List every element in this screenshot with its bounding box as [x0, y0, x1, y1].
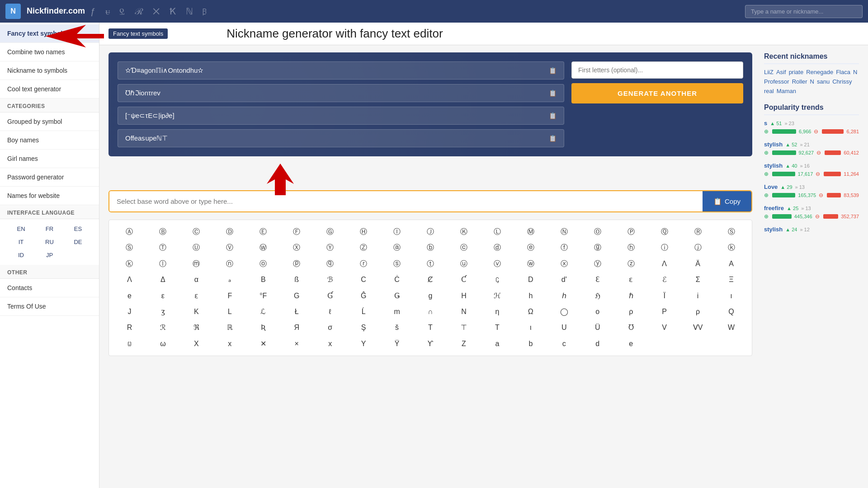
recent-nickname-tag[interactable]: Maman [777, 88, 796, 94]
search-input[interactable] [745, 5, 863, 18]
symbol-cell[interactable]: Ⓥ [214, 240, 246, 255]
symbol-cell[interactable]: ℝ [214, 320, 246, 335]
symbol-cell[interactable]: Ξ [715, 272, 747, 287]
first-letters-input[interactable] [571, 61, 743, 79]
symbol-cell[interactable]: Ⓢ [113, 240, 146, 255]
symbol-cell[interactable]: ⓒ [448, 240, 480, 255]
symbol-cell[interactable]: Ⓒ [180, 225, 212, 239]
lang-en[interactable]: EN [7, 223, 35, 235]
symbol-cell[interactable]: Ł [281, 305, 313, 319]
symbol-cell[interactable]: c [548, 337, 580, 351]
sidebar-item-combine[interactable]: Combine two names [0, 43, 99, 61]
symbol-cell[interactable]: ⓚ [113, 257, 146, 271]
symbol-cell[interactable]: η [481, 305, 513, 319]
sidebar-item-terms[interactable]: Terms Of Use [0, 297, 99, 316]
symbol-cell[interactable]: ⓢ [381, 257, 413, 271]
symbol-cell[interactable]: m [381, 305, 413, 319]
lang-ru[interactable]: RU [36, 236, 63, 248]
symbol-cell[interactable]: Ʊ [615, 320, 647, 335]
sidebar-item-boy-names[interactable]: Boy names [0, 131, 99, 150]
lang-jp[interactable]: JP [36, 249, 63, 261]
nickname-card-3[interactable]: Offeaꜱupeℕ⊤ 📋 [118, 129, 564, 147]
symbol-cell[interactable]: ⓕ [548, 240, 580, 255]
symbol-cell[interactable]: Y [348, 337, 380, 351]
symbol-cell[interactable]: Ⓚ [448, 225, 480, 239]
symbol-cell[interactable]: Ċ [381, 272, 413, 287]
symbol-cell[interactable]: σ [314, 320, 346, 335]
symbol-cell[interactable]: ο [581, 305, 613, 319]
symbol-cell[interactable]: e [615, 337, 647, 351]
symbol-cell[interactable]: Ƴ [415, 337, 447, 351]
symbol-cell[interactable]: ⓟ [281, 257, 313, 271]
symbol-cell[interactable]: d' [548, 272, 580, 287]
recent-nickname-tag[interactable]: Chrissy [832, 78, 852, 85]
symbol-cell[interactable]: Ȼ [415, 272, 447, 287]
symbol-cell[interactable]: š [381, 320, 413, 335]
symbol-cell[interactable]: Ü [581, 320, 613, 335]
symbol-cell[interactable]: ε [147, 289, 179, 303]
recent-nickname-tag[interactable]: priate [789, 69, 804, 75]
symbol-cell[interactable]: Σ [682, 272, 714, 287]
symbol-cell[interactable]: ⓧ [548, 257, 580, 271]
symbol-cell[interactable]: Ⓝ [548, 225, 580, 239]
lang-it[interactable]: IT [7, 236, 35, 248]
symbol-cell[interactable]: d [581, 337, 613, 351]
symbol-cell[interactable]: a [481, 337, 513, 351]
symbol-cell[interactable]: Ǥ [381, 289, 413, 303]
symbol-cell[interactable]: Ⓗ [348, 225, 380, 239]
lang-de[interactable]: DE [64, 236, 92, 248]
symbol-cell[interactable]: ⓖ [581, 240, 613, 255]
symbol-cell[interactable]: R [113, 320, 146, 335]
symbol-cell[interactable]: H [448, 289, 480, 303]
symbol-cell[interactable]: Ⓜ [514, 225, 547, 239]
symbol-cell[interactable]: U [548, 320, 580, 335]
symbol-cell[interactable]: Ⓞ [581, 225, 613, 239]
symbol-cell[interactable]: P [648, 305, 680, 319]
symbol-cell[interactable]: ⓛ [147, 257, 179, 271]
symbol-cell[interactable]: ✕ [247, 337, 279, 351]
symbol-cell[interactable]: Ɛ [581, 272, 613, 287]
symbol-cell[interactable]: T [415, 320, 447, 335]
sidebar-item-password[interactable]: Password generator [0, 168, 99, 187]
symbol-cell[interactable]: Z [448, 337, 480, 351]
symbol-cell[interactable]: Ⓘ [381, 225, 413, 239]
symbol-cell[interactable]: Ⓤ [180, 240, 212, 255]
symbol-cell[interactable]: ℜ [180, 320, 212, 335]
symbol-cell[interactable]: ⓚ [715, 240, 747, 255]
symbol-cell[interactable]: ρ [682, 305, 714, 319]
symbol-cell[interactable]: Ⓢ [715, 225, 747, 239]
symbol-cell[interactable]: ⅤV [682, 320, 714, 335]
sidebar-item-grouped-symbol[interactable]: Grouped by symbol [0, 113, 99, 131]
symbol-cell[interactable]: D [514, 272, 547, 287]
trend-name[interactable]: stylish [764, 162, 783, 169]
symbol-cell[interactable]: F [214, 289, 246, 303]
recent-nickname-tag[interactable]: N [853, 69, 857, 75]
sidebar-item-contacts[interactable]: Contacts [0, 279, 99, 297]
symbol-cell[interactable]: ℏ [615, 289, 647, 303]
trend-name[interactable]: freefire [764, 205, 784, 211]
symbol-cell[interactable]: ℬ [314, 272, 346, 287]
symbol-cell[interactable]: Ⓑ [147, 225, 179, 239]
symbol-cell[interactable]: ⓝ [214, 257, 246, 271]
symbol-cell[interactable]: Ï [648, 289, 680, 303]
symbol-cell[interactable]: ℰ [648, 272, 680, 287]
symbol-cell[interactable]: ⓣ [415, 257, 447, 271]
symbol-cell[interactable]: ß [281, 272, 313, 287]
symbol-cell[interactable]: Ĝ [348, 289, 380, 303]
symbol-cell[interactable]: ʒ [147, 305, 179, 319]
symbol-cell[interactable]: B [247, 272, 279, 287]
symbol-cell[interactable]: ⓨ [581, 257, 613, 271]
symbol-cell[interactable]: α [180, 272, 212, 287]
symbol-cell[interactable]: Q [715, 305, 747, 319]
symbol-cell[interactable]: Ä [682, 257, 714, 271]
sidebar-item-nickname-symbols[interactable]: Nickname to symbols [0, 61, 99, 80]
symbol-cell[interactable]: h [514, 289, 547, 303]
symbol-cell[interactable]: J [113, 305, 146, 319]
lang-id[interactable]: ID [7, 249, 35, 261]
nickname-card-1[interactable]: Ʊℏℑionτrev 📋 [118, 84, 564, 102]
symbol-cell[interactable]: X [180, 337, 212, 351]
symbol-cell[interactable]: Ⓙ [415, 225, 447, 239]
symbol-cell[interactable]: ⓐ [381, 240, 413, 255]
recent-nickname-tag[interactable]: Professor [764, 78, 789, 85]
symbol-cell[interactable]: ⓗ [615, 240, 647, 255]
